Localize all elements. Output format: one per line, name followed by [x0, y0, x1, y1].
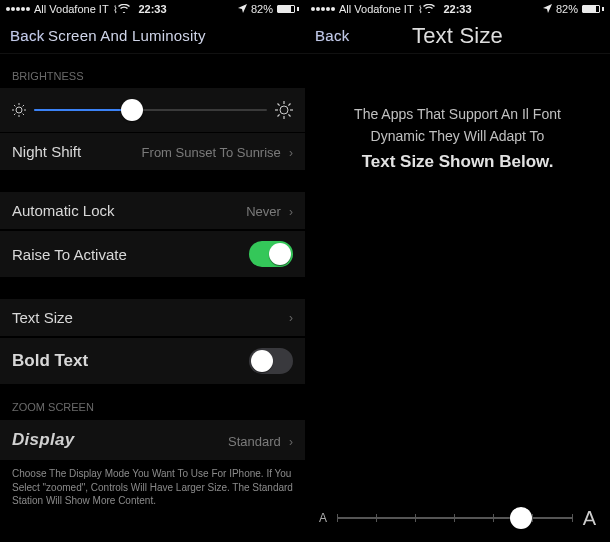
battery-icon: [582, 5, 604, 13]
text-size-row[interactable]: Text Size ›: [0, 298, 305, 337]
location-icon: [238, 3, 247, 15]
status-bar: All Vodafone IT 22:33 82%: [305, 0, 610, 18]
svg-line-16: [278, 114, 280, 116]
automatic-lock-row[interactable]: Automatic Lock Never ›: [0, 191, 305, 230]
svg-line-6: [23, 114, 24, 115]
large-a-icon: A: [583, 507, 596, 530]
sun-low-icon: [12, 103, 26, 117]
raise-to-activate-toggle[interactable]: [249, 241, 293, 267]
carrier-label: All Vodafone IT: [34, 3, 109, 15]
raise-to-activate-label: Raise To Activate: [12, 246, 127, 263]
display-label: Display: [12, 430, 75, 450]
svg-point-9: [280, 106, 288, 114]
svg-point-0: [16, 107, 22, 113]
zoom-section-label: ZOOM SCREEN: [0, 385, 305, 419]
battery-icon: [277, 5, 299, 13]
screen-luminosity-pane: All Vodafone IT 22:33 82% Back Screen An…: [0, 0, 305, 542]
text-size-slider-row: A A: [305, 506, 610, 530]
chevron-right-icon: ›: [289, 146, 293, 160]
brightness-section-label: BRIGHTNESS: [0, 54, 305, 88]
display-row[interactable]: Display Standard ›: [0, 419, 305, 461]
bold-text-label: Bold Text: [12, 351, 88, 371]
carrier-label: All Vodafone IT: [339, 3, 414, 15]
page-title: Screen And Luminosity: [0, 27, 305, 44]
chevron-right-icon: ›: [289, 435, 293, 449]
desc-line-2: Dynamic They Will Adapt To: [327, 126, 588, 148]
svg-line-5: [14, 105, 15, 106]
chevron-right-icon: ›: [289, 311, 293, 325]
text-size-slider[interactable]: [337, 506, 573, 530]
display-footer-note: Choose The Display Mode You Want To Use …: [0, 461, 305, 516]
svg-line-8: [23, 105, 24, 106]
night-shift-label: Night Shift: [12, 143, 81, 160]
brightness-slider[interactable]: [34, 98, 267, 122]
bold-text-row: Bold Text: [0, 337, 305, 385]
raise-to-activate-row: Raise To Activate: [0, 230, 305, 278]
text-size-pane: All Vodafone IT 22:33 82% Back Text Size…: [305, 0, 610, 542]
nav-bar: Back Screen And Luminosity: [0, 18, 305, 54]
automatic-lock-label: Automatic Lock: [12, 202, 115, 219]
battery-percent: 82%: [251, 3, 273, 15]
svg-line-7: [14, 114, 15, 115]
night-shift-row[interactable]: Night Shift From Sunset To Sunrise ›: [0, 132, 305, 171]
status-bar: All Vodafone IT 22:33 82%: [0, 0, 305, 18]
svg-line-14: [278, 104, 280, 106]
text-size-description: The Apps That Support An Il Font Dynamic…: [305, 54, 610, 176]
night-shift-value: From Sunset To Sunrise: [142, 145, 281, 160]
bold-text-toggle[interactable]: [249, 348, 293, 374]
page-title: Text Size: [305, 23, 610, 49]
svg-line-17: [288, 104, 290, 106]
desc-line-3: Text Size Shown Below.: [327, 149, 588, 175]
svg-line-15: [288, 114, 290, 116]
small-a-icon: A: [319, 511, 327, 525]
desc-line-1: The Apps That Support An Il Font: [327, 104, 588, 126]
battery-percent: 82%: [556, 3, 578, 15]
automatic-lock-value: Never: [246, 204, 281, 219]
wifi-icon: [418, 4, 435, 15]
brightness-slider-row: [0, 88, 305, 132]
nav-bar: Back Text Size: [305, 18, 610, 54]
text-size-label: Text Size: [12, 309, 73, 326]
location-icon: [543, 3, 552, 15]
chevron-right-icon: ›: [289, 205, 293, 219]
display-value: Standard: [228, 434, 281, 449]
sun-high-icon: [275, 101, 293, 119]
wifi-icon: [113, 4, 130, 15]
signal-icon: [6, 7, 30, 11]
signal-icon: [311, 7, 335, 11]
